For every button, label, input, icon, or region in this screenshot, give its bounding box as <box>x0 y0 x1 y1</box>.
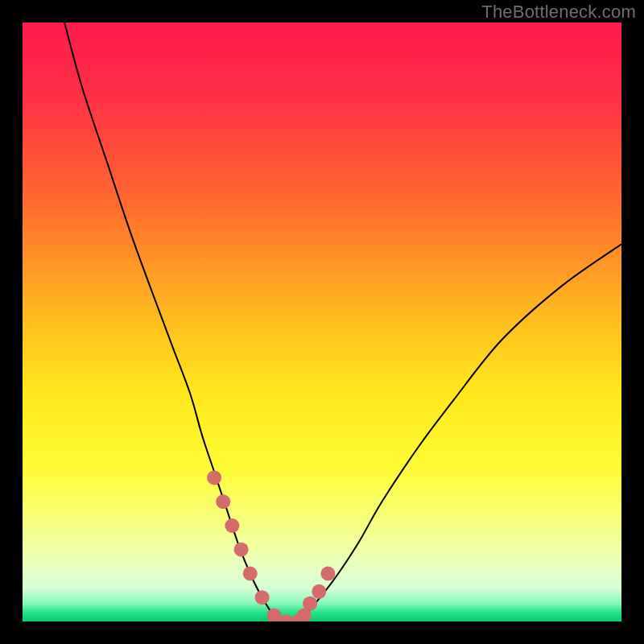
highlight-marker <box>216 494 230 509</box>
highlight-marker <box>320 567 335 581</box>
watermark-text: TheBottleneck.com <box>481 2 636 23</box>
plot-area <box>23 23 621 621</box>
chart-svg <box>23 23 621 621</box>
marker-group <box>207 470 335 621</box>
bottleneck-curve <box>64 23 621 621</box>
highlight-marker <box>243 567 258 581</box>
highlight-marker <box>225 518 239 533</box>
highlight-marker <box>312 584 326 599</box>
highlight-marker <box>234 543 249 557</box>
highlight-marker <box>207 470 221 485</box>
outer-frame: TheBottleneck.com <box>0 0 644 644</box>
highlight-marker <box>303 597 317 611</box>
highlight-marker <box>255 590 270 605</box>
